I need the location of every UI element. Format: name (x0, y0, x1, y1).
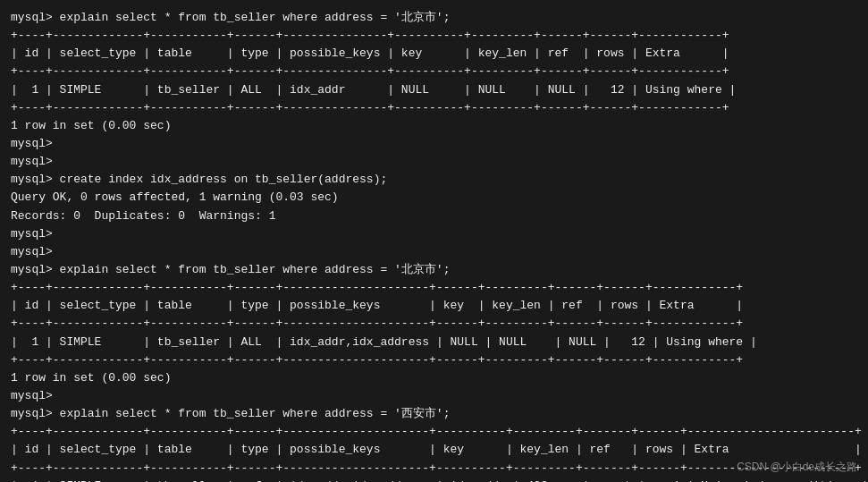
terminal-line: +----+-------------+-----------+------+-… (11, 351, 857, 369)
terminal-line: +----+-------------+-----------+------+-… (11, 279, 857, 297)
terminal-line: mysql> (11, 135, 857, 153)
terminal-line: | 1 | SIMPLE | tb_seller | ALL | idx_add… (11, 81, 857, 99)
terminal-line: mysql> explain select * from tb_seller w… (11, 405, 857, 423)
terminal-line: | id | select_type | table | type | poss… (11, 297, 857, 315)
terminal-line: mysql> explain select * from tb_seller w… (11, 261, 857, 279)
terminal-line: mysql> (11, 387, 857, 405)
terminal-line: | 1 | SIMPLE | tb_seller | ref | idx_add… (11, 478, 857, 482)
terminal-line: | id | select_type | table | type | poss… (11, 45, 857, 63)
terminal-line: 1 row in set (0.00 sec) (11, 117, 857, 135)
terminal-line: | id | select_type | table | type | poss… (11, 441, 857, 459)
terminal-line: 1 row in set (0.00 sec) (11, 369, 857, 387)
terminal-line: mysql> (11, 243, 857, 261)
terminal-line: Query OK, 0 rows affected, 1 warning (0.… (11, 189, 857, 207)
terminal-line: mysql> create index idx_address on tb_se… (11, 171, 857, 189)
terminal-line: +----+-------------+-----------+------+-… (11, 423, 857, 441)
terminal-line: +----+-------------+-----------+------+-… (11, 63, 857, 80)
watermark: CSDN @小白de成长之路 (737, 460, 857, 475)
terminal: mysql> explain select * from tb_seller w… (0, 0, 868, 482)
terminal-line: +----+-------------+-----------+------+-… (11, 460, 857, 478)
terminal-line: | 1 | SIMPLE | tb_seller | ALL | idx_add… (11, 334, 857, 351)
terminal-line: mysql> (11, 225, 857, 243)
terminal-line: mysql> (11, 153, 857, 171)
terminal-line: +----+-------------+-----------+------+-… (11, 99, 857, 117)
terminal-line: Records: 0 Duplicates: 0 Warnings: 1 (11, 207, 857, 225)
terminal-line: +----+-------------+-----------+------+-… (11, 27, 857, 45)
terminal-line: +----+-------------+-----------+------+-… (11, 315, 857, 333)
terminal-line: mysql> explain select * from tb_seller w… (11, 9, 857, 27)
